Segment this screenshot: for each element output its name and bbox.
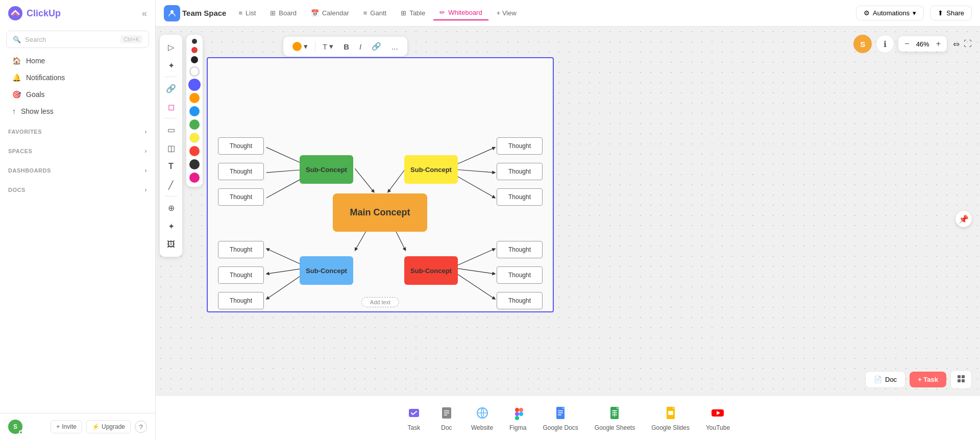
- user-avatar[interactable]: S: [853, 35, 872, 53]
- tab-board[interactable]: ⊞ Board: [264, 6, 303, 20]
- bottom-tool-google-slides[interactable]: Google Slides: [651, 405, 690, 431]
- thought-box[interactable]: Thought: [497, 137, 543, 155]
- info-button[interactable]: ℹ: [876, 35, 894, 53]
- bottom-tool-youtube[interactable]: YouTube: [706, 405, 730, 431]
- automations-button[interactable]: ⚙ Automations ▾: [856, 6, 924, 20]
- magic-tool[interactable]: ✦: [163, 218, 179, 234]
- zoom-in-button[interactable]: +: [936, 39, 941, 48]
- select-tool[interactable]: ▷: [163, 39, 179, 55]
- line-tool[interactable]: ╱: [163, 177, 179, 193]
- sub-concept-green[interactable]: Sub-Concept: [300, 155, 353, 184]
- tab-add-view[interactable]: + View: [491, 6, 523, 20]
- diagram-tool[interactable]: ⊕: [163, 200, 179, 216]
- add-task-button[interactable]: + Task: [910, 372, 946, 387]
- thought-box[interactable]: Thought: [218, 266, 264, 284]
- fit-to-screen-button[interactable]: ⇔: [953, 39, 960, 49]
- bottom-tool-google-docs[interactable]: Google Docs: [543, 405, 578, 431]
- help-button[interactable]: ?: [135, 421, 147, 433]
- sidebar-section-docs[interactable]: DOCS ›: [0, 182, 155, 198]
- home-icon: 🏠: [12, 57, 21, 65]
- rectangle-tool[interactable]: ▭: [163, 121, 179, 138]
- color-white[interactable]: [189, 66, 200, 77]
- fullscreen-button[interactable]: ⛶: [964, 39, 972, 48]
- sub-concept-blue[interactable]: Sub-Concept: [300, 256, 353, 285]
- svg-line-2: [266, 148, 304, 165]
- sidebar-item-goals[interactable]: 🎯 Goals: [4, 86, 151, 103]
- thought-box[interactable]: Thought: [497, 241, 543, 258]
- doc-action-button[interactable]: 📄 Doc: [865, 371, 905, 388]
- thought-box[interactable]: Thought: [218, 163, 264, 180]
- main-concept[interactable]: Main Concept: [333, 193, 427, 232]
- color-green[interactable]: [189, 119, 200, 130]
- color-black-medium[interactable]: [191, 56, 198, 63]
- bottom-tool-website[interactable]: Website: [471, 405, 493, 431]
- bottom-tool-figma[interactable]: Figma: [509, 405, 526, 431]
- thought-box[interactable]: Thought: [218, 292, 264, 309]
- color-picker-button[interactable]: ▾: [289, 40, 311, 53]
- tab-gantt[interactable]: ≡ Gantt: [357, 6, 393, 20]
- link-tool[interactable]: 🔗: [163, 80, 179, 96]
- color-red-small[interactable]: [191, 47, 198, 53]
- thought-box[interactable]: Thought: [497, 266, 543, 284]
- italic-button[interactable]: I: [356, 40, 364, 53]
- add-text-button[interactable]: Add text: [361, 297, 399, 307]
- bell-icon: 🔔: [12, 74, 21, 82]
- image-tool[interactable]: 🖼: [163, 236, 179, 253]
- goal-icon: 🎯: [12, 90, 21, 99]
- sidebar-collapse-button[interactable]: «: [142, 8, 147, 19]
- color-dark[interactable]: [189, 159, 200, 169]
- text-style-button[interactable]: T ▾: [320, 40, 336, 53]
- tab-calendar[interactable]: 📅 Calendar: [305, 6, 355, 20]
- bottom-tool-doc[interactable]: Doc: [438, 405, 455, 431]
- color-yellow[interactable]: [189, 133, 200, 143]
- search-bar[interactable]: 🔍 Search Ctrl+K: [6, 31, 149, 48]
- sidebar-item-notifications[interactable]: 🔔 Notifications: [4, 69, 151, 86]
- bottom-tool-google-sheets[interactable]: Google Sheets: [595, 405, 635, 431]
- upgrade-button[interactable]: ⚡ Upgrade: [86, 420, 131, 433]
- svg-line-7: [456, 148, 495, 165]
- eraser-tool[interactable]: ◻: [163, 99, 179, 115]
- tab-list[interactable]: ≡ List: [232, 6, 262, 20]
- invite-button[interactable]: + Invite: [51, 420, 82, 433]
- sidebar-section-favorites[interactable]: FAVORITES ›: [0, 124, 155, 139]
- sticky-tool[interactable]: ◫: [163, 140, 179, 156]
- color-black-small[interactable]: [192, 39, 197, 44]
- sub-concept-yellow[interactable]: Sub-Concept: [404, 155, 458, 184]
- more-options-button[interactable]: ...: [388, 40, 401, 53]
- thought-box[interactable]: Thought: [497, 163, 543, 180]
- thought-box[interactable]: Thought: [218, 188, 264, 206]
- thought-box[interactable]: Thought: [218, 137, 264, 155]
- tab-whiteboard[interactable]: ✏ Whiteboard: [433, 6, 488, 20]
- color-orange[interactable]: [189, 93, 200, 103]
- color-purple[interactable]: [189, 80, 200, 90]
- link-button[interactable]: 🔗: [369, 40, 384, 53]
- thought-box[interactable]: Thought: [218, 241, 264, 258]
- canvas-area[interactable]: S ℹ − 46% + ⇔ ⛶ ▾ T ▾ B: [156, 27, 980, 395]
- avatar[interactable]: S: [8, 420, 22, 434]
- sidebar-item-show-less[interactable]: ↑ Show less: [4, 103, 151, 119]
- zoom-out-button[interactable]: −: [904, 39, 909, 48]
- show-less-icon: ↑: [12, 107, 16, 115]
- search-shortcut: Ctrl+K: [120, 35, 142, 43]
- thought-box[interactable]: Thought: [497, 292, 543, 309]
- bottom-right-actions: 📄 Doc + Task: [865, 370, 972, 389]
- pen-tool[interactable]: ✦: [163, 57, 179, 74]
- share-button[interactable]: ⬆ Share: [930, 6, 972, 20]
- whiteboard-frame[interactable]: Thought Thought Thought Thought Thought …: [207, 57, 554, 312]
- bottom-tool-task[interactable]: Task: [406, 405, 422, 431]
- sidebar-section-spaces[interactable]: SPACES ›: [0, 143, 155, 159]
- zoom-controls: S ℹ − 46% + ⇔ ⛶: [853, 35, 972, 53]
- color-blue[interactable]: [189, 106, 200, 116]
- color-pink[interactable]: [189, 173, 200, 183]
- sidebar-section-dashboards[interactable]: DASHBOARDS ›: [0, 163, 155, 178]
- chevron-right-icon: ›: [145, 128, 148, 135]
- color-red[interactable]: [189, 146, 200, 156]
- text-tool[interactable]: T: [163, 158, 179, 175]
- grid-view-button[interactable]: [950, 370, 972, 389]
- thought-box[interactable]: Thought: [497, 188, 543, 206]
- pin-button[interactable]: 📌: [955, 211, 972, 227]
- sub-concept-red[interactable]: Sub-Concept: [404, 256, 458, 285]
- bold-button[interactable]: B: [340, 40, 352, 53]
- sidebar-item-home[interactable]: 🏠 Home: [4, 53, 151, 69]
- tab-table[interactable]: ⊞ Table: [395, 6, 431, 20]
